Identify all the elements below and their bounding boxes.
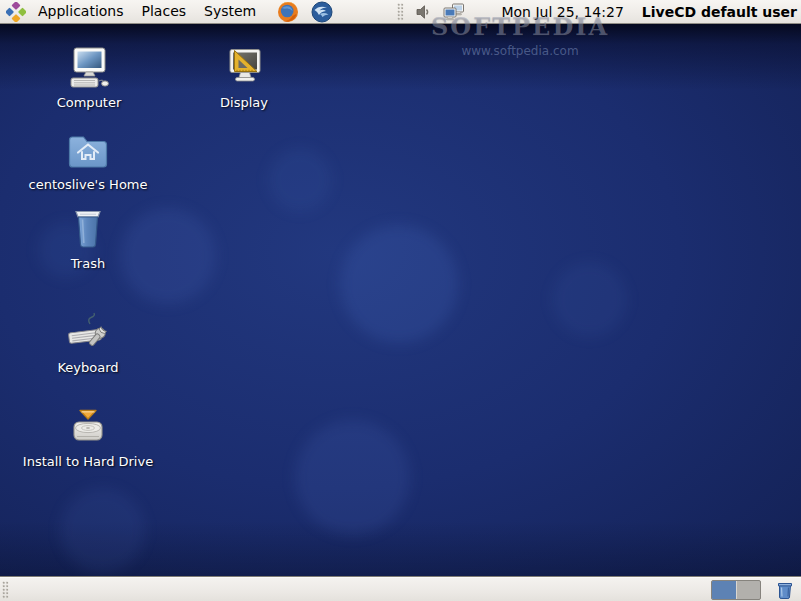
menu-applications[interactable]: Applications bbox=[29, 0, 133, 24]
user-label: LiveCD default user bbox=[642, 4, 797, 20]
top-panel: Applications Places System bbox=[0, 0, 801, 24]
network-icon[interactable] bbox=[443, 3, 465, 21]
desktop-screen: SOFTPEDIA www.softpedia.com Applications… bbox=[0, 0, 801, 601]
notification-area-handle[interactable] bbox=[397, 3, 404, 21]
workspace-1[interactable] bbox=[712, 581, 737, 599]
desktop-icon-display[interactable]: Display bbox=[220, 45, 268, 93]
desktop-icon-label: centoslive's Home bbox=[29, 177, 148, 192]
workspace-switcher bbox=[711, 580, 761, 600]
desktop-icon-home[interactable]: centoslive's Home bbox=[64, 127, 112, 175]
desktop-icon-install[interactable]: Install to Hard Drive bbox=[64, 404, 112, 452]
trash-applet-icon[interactable] bbox=[775, 580, 795, 600]
desktop-icon-label: Install to Hard Drive bbox=[23, 454, 153, 469]
firefox-launcher-icon[interactable] bbox=[277, 1, 299, 23]
centos-logo-icon[interactable] bbox=[6, 2, 26, 22]
bottom-panel bbox=[0, 577, 801, 601]
keyboard-icon bbox=[64, 310, 112, 358]
wallpaper-bokeh bbox=[120, 208, 216, 304]
desktop-icon-label: Computer bbox=[57, 95, 122, 110]
wallpaper-bokeh bbox=[295, 420, 410, 535]
bottom-panel-handle[interactable] bbox=[2, 581, 9, 599]
desktop-icon-computer[interactable]: Computer bbox=[65, 45, 113, 93]
desktop-icon-label: Display bbox=[220, 95, 268, 110]
home-folder-icon bbox=[64, 127, 112, 175]
trash-icon bbox=[64, 206, 112, 254]
wallpaper-bokeh bbox=[60, 488, 145, 573]
wallpaper-bokeh bbox=[552, 262, 627, 337]
wallpaper-bokeh bbox=[268, 148, 332, 212]
volume-icon[interactable] bbox=[415, 4, 431, 20]
computer-icon bbox=[65, 45, 113, 93]
display-icon bbox=[220, 45, 268, 93]
thunderbird-launcher-icon[interactable] bbox=[311, 1, 333, 23]
desktop-icon-keyboard[interactable]: Keyboard bbox=[64, 310, 112, 358]
menu-places[interactable]: Places bbox=[133, 0, 196, 24]
menu-system[interactable]: System bbox=[195, 0, 265, 24]
wallpaper-bokeh bbox=[340, 225, 458, 343]
workspace-2[interactable] bbox=[737, 581, 761, 599]
desktop-icon-label: Trash bbox=[71, 256, 105, 271]
clock[interactable]: Mon Jul 25, 14:27 bbox=[501, 4, 623, 20]
install-hard-drive-icon bbox=[64, 404, 112, 452]
watermark-url: www.softpedia.com bbox=[390, 44, 650, 58]
desktop-icon-label: Keyboard bbox=[57, 360, 118, 375]
desktop-icon-trash[interactable]: Trash bbox=[64, 206, 112, 254]
